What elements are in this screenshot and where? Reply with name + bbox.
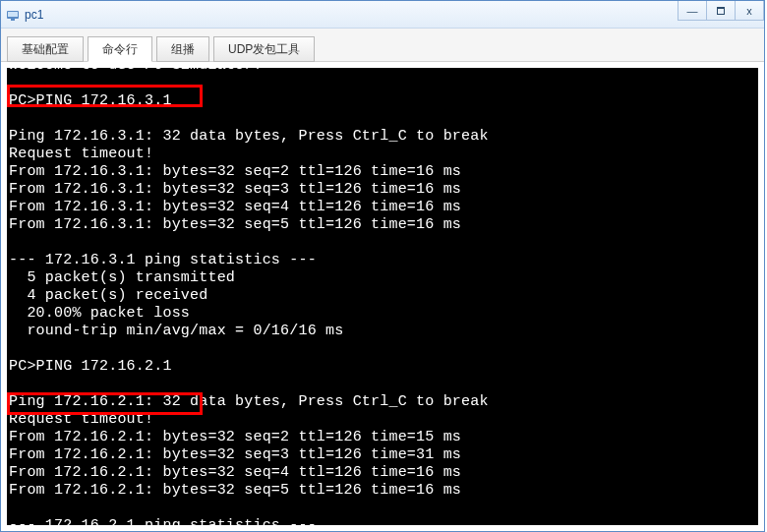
terminal-line bbox=[9, 340, 756, 358]
terminal-line: PC>PING 172.16.3.1 bbox=[9, 92, 756, 110]
terminal-line: From 172.16.2.1: bytes=32 seq=5 ttl=126 … bbox=[9, 482, 756, 500]
terminal-line bbox=[9, 376, 756, 393]
close-button[interactable]: x bbox=[735, 1, 764, 21]
terminal-line bbox=[9, 234, 756, 252]
terminal-line: Ping 172.16.2.1: 32 data bytes, Press Ct… bbox=[9, 393, 756, 411]
terminal-line: From 172.16.3.1: bytes=32 seq=3 ttl=126 … bbox=[9, 181, 756, 199]
maximize-icon bbox=[717, 7, 725, 15]
terminal[interactable]: Welcome to use PC Simulator! PC>PING 172… bbox=[7, 68, 758, 525]
tab-command-line[interactable]: 命令行 bbox=[88, 36, 152, 62]
terminal-line: From 172.16.2.1: bytes=32 seq=4 ttl=126 … bbox=[9, 464, 756, 482]
tab-basic-config[interactable]: 基础配置 bbox=[7, 36, 84, 62]
titlebar: pc1 — x bbox=[1, 1, 764, 29]
terminal-line: 4 packet(s) received bbox=[9, 287, 756, 305]
app-window: pc1 — x 基础配置 命令行 组播 UDP发包工具 Welcome to u… bbox=[0, 0, 765, 532]
terminal-line: From 172.16.2.1: bytes=32 seq=3 ttl=126 … bbox=[9, 446, 756, 464]
terminal-line: From 172.16.3.1: bytes=32 seq=5 ttl=126 … bbox=[9, 216, 756, 234]
window-controls: — x bbox=[678, 1, 764, 21]
terminal-line: 20.00% packet loss bbox=[9, 305, 756, 323]
terminal-line bbox=[9, 110, 756, 128]
window-title: pc1 bbox=[25, 8, 43, 22]
tab-udp-tool[interactable]: UDP发包工具 bbox=[213, 36, 315, 62]
terminal-line bbox=[9, 75, 756, 92]
terminal-line: From 172.16.3.1: bytes=32 seq=2 ttl=126 … bbox=[9, 163, 756, 181]
maximize-button[interactable] bbox=[706, 1, 736, 21]
terminal-line: --- 172.16.3.1 ping statistics --- bbox=[9, 252, 756, 269]
svg-rect-1 bbox=[8, 12, 18, 17]
app-icon bbox=[5, 7, 21, 23]
terminal-line: From 172.16.3.1: bytes=32 seq=4 ttl=126 … bbox=[9, 199, 756, 216]
terminal-line: 5 packet(s) transmitted bbox=[9, 269, 756, 287]
terminal-line: round-trip min/avg/max = 0/16/16 ms bbox=[9, 323, 756, 340]
terminal-line: Request timeout! bbox=[9, 146, 756, 163]
tab-bar: 基础配置 命令行 组播 UDP发包工具 bbox=[1, 29, 764, 62]
terminal-line: PC>PING 172.16.2.1 bbox=[9, 358, 756, 376]
terminal-line: From 172.16.2.1: bytes=32 seq=2 ttl=126 … bbox=[9, 429, 756, 446]
minimize-button[interactable]: — bbox=[678, 1, 707, 21]
terminal-line bbox=[9, 500, 756, 517]
terminal-line: --- 172.16.2.1 ping statistics --- bbox=[9, 517, 756, 525]
body-area: Welcome to use PC Simulator! PC>PING 172… bbox=[1, 62, 764, 531]
terminal-line: Welcome to use PC Simulator! bbox=[9, 68, 756, 75]
terminal-line: Request timeout! bbox=[9, 411, 756, 429]
terminal-line: Ping 172.16.3.1: 32 data bytes, Press Ct… bbox=[9, 128, 756, 146]
svg-rect-2 bbox=[11, 19, 15, 21]
tab-multicast[interactable]: 组播 bbox=[156, 36, 209, 62]
